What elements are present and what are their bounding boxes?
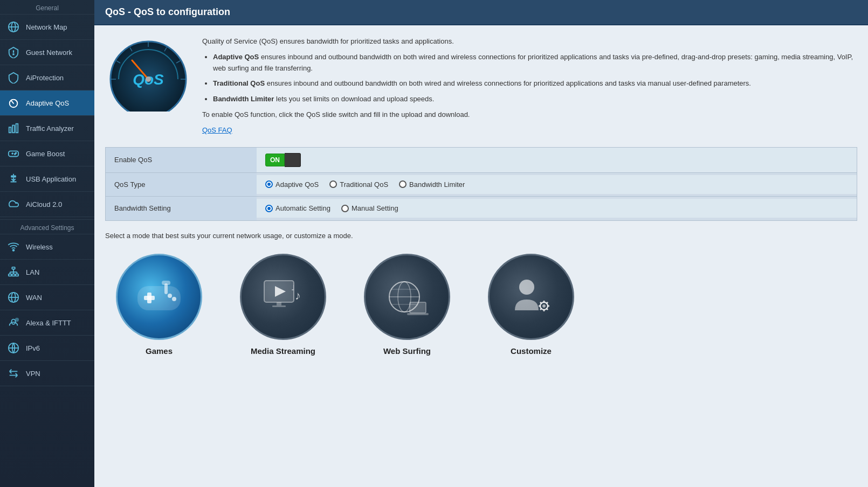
svg-text:♩: ♩ [291,283,295,292]
bandwidth-limiter-bold: Bandwidth Limiter [213,95,274,103]
adaptive-qos-radio[interactable]: Adaptive QoS [265,180,319,189]
sidebar-item-label: Alexa & IFTTT [26,319,71,327]
media-streaming-mode-label: Media Streaming [251,346,315,356]
sidebar-item-usb-application[interactable]: USB Application [0,166,94,192]
sidebar-item-label: VPN [26,370,40,378]
main-content: QoS - QoS to configuration [94,0,868,487]
usb-icon [6,172,20,186]
sidebar-item-label: WAN [26,294,42,302]
bandwidth-radio-group: Automatic Setting Manual Setting [265,204,398,212]
automatic-setting-radio[interactable]: Automatic Setting [265,204,330,212]
svg-point-66 [542,304,546,308]
adaptive-qos-radio-circle [265,180,273,188]
svg-point-16 [13,249,15,251]
mode-item-media-streaming[interactable]: ♪ ♩ Media Streaming [229,254,337,356]
sidebar: General Network Map Guest Network A [0,0,94,487]
svg-rect-8 [16,124,18,133]
svg-point-43 [146,76,151,82]
svg-rect-20 [16,274,18,276]
adaptive-qos-bold: Adaptive QoS [213,53,259,61]
traditional-qos-bold: Traditional QoS [213,79,265,87]
sidebar-item-network-map[interactable]: Network Map [0,15,94,40]
web-surfing-mode-circle [364,254,450,340]
svg-point-13 [15,154,16,155]
games-mode-circle [116,254,202,340]
wifi-icon [6,240,20,254]
svg-rect-7 [12,126,15,133]
games-icon [132,270,186,324]
sidebar-item-lan[interactable]: LAN [0,260,94,285]
cloud-icon [6,197,20,211]
sidebar-item-wireless[interactable]: Wireless [0,234,94,260]
sidebar-item-label: Game Boost [26,150,65,158]
svg-rect-53 [277,302,281,305]
feature-traditional: Traditional QoS ensures inbound and outb… [213,78,857,89]
mode-item-games[interactable]: Games [105,254,213,356]
shield-icon [6,71,20,85]
traditional-qos-radio-circle [329,180,337,188]
enable-qos-label: Enable QoS [106,148,257,172]
manual-setting-radio[interactable]: Manual Setting [341,204,398,212]
mode-item-customize[interactable]: Customize [477,254,585,356]
description-text: Quality of Service (QoS) ensures bandwid… [202,36,857,136]
enable-note: To enable QoS function, click the QoS sl… [202,109,857,121]
sidebar-item-traffic-analyzer[interactable]: Traffic Analyzer [0,116,94,141]
svg-rect-62 [410,302,426,313]
mode-prompt: Select a mode that best suits your curre… [105,232,857,240]
traditional-qos-text: ensures inbound and outbound bandwidth o… [267,79,751,87]
sidebar-item-ipv6[interactable]: IPv6 [0,336,94,361]
sidebar-item-label: IPv6 [26,344,40,352]
alexa-icon [6,316,20,330]
automatic-setting-label: Automatic Setting [275,204,330,212]
qos-logo: QoS [105,36,191,112]
qos-type-label: QoS Type [106,173,257,196]
customize-mode-label: Customize [511,346,552,356]
svg-rect-54 [272,305,286,307]
qos-faq-link[interactable]: QoS FAQ [202,125,857,136]
games-mode-label: Games [146,346,173,356]
arrows-icon [6,366,20,380]
svg-point-47 [168,294,172,298]
sidebar-item-aicloud[interactable]: AiCloud 2.0 [0,192,94,217]
mode-item-web-surfing[interactable]: Web Surfing [353,254,461,356]
toggle-off-part [285,153,301,167]
sidebar-item-game-boost[interactable]: Game Boost [0,141,94,166]
feature-bandwidth: Bandwidth Limiter lets you set limits on… [213,94,857,105]
sidebar-item-guest-network[interactable]: Guest Network [0,40,94,65]
web-surfing-icon [380,270,434,324]
traditional-qos-radio[interactable]: Traditional QoS [329,180,388,189]
sidebar-general-label: General [0,0,94,15]
customize-icon [504,270,558,324]
feature-adaptive: Adaptive QoS ensures inbound and outboun… [213,52,857,74]
bandwidth-setting-value: Automatic Setting Manual Setting [257,199,857,218]
intro-text: Quality of Service (QoS) ensures bandwid… [202,36,857,47]
bandwidth-limiter-radio-circle [399,180,407,188]
sidebar-item-vpn[interactable]: VPN [0,361,94,386]
sidebar-item-aiprotection[interactable]: AiProtection [0,65,94,91]
globe2-icon [6,290,20,304]
advanced-settings-label: Advanced Settings [0,219,94,234]
qos-type-radio-group: Adaptive QoS Traditional QoS Bandwidth L… [265,180,465,189]
svg-text:♪: ♪ [295,289,301,302]
svg-rect-19 [12,274,15,276]
svg-rect-18 [9,274,12,276]
bandwidth-limiter-radio[interactable]: Bandwidth Limiter [399,180,465,189]
svg-point-48 [172,297,176,301]
sidebar-item-adaptive-qos[interactable]: Adaptive QoS [0,91,94,116]
customize-mode-circle [488,254,574,340]
bandwidth-setting-label: Bandwidth Setting [106,197,257,220]
svg-point-4 [13,54,14,55]
sidebar-item-wan[interactable]: WAN [0,285,94,310]
sidebar-item-label: Guest Network [26,48,72,57]
svg-rect-17 [12,267,15,269]
traditional-qos-radio-label: Traditional QoS [340,180,388,189]
shield-dashed-icon [6,45,20,59]
sidebar-item-alexa-ifttt[interactable]: Alexa & IFTTT [0,310,94,336]
enable-qos-value: ON [257,148,857,172]
sidebar-item-label: USB Application [26,175,76,183]
svg-point-15 [14,176,16,177]
sidebar-item-label: LAN [26,268,39,276]
feature-list: Adaptive QoS ensures inbound and outboun… [213,52,857,105]
enable-qos-row: Enable QoS ON [106,148,857,173]
enable-qos-toggle[interactable]: ON [265,153,301,167]
